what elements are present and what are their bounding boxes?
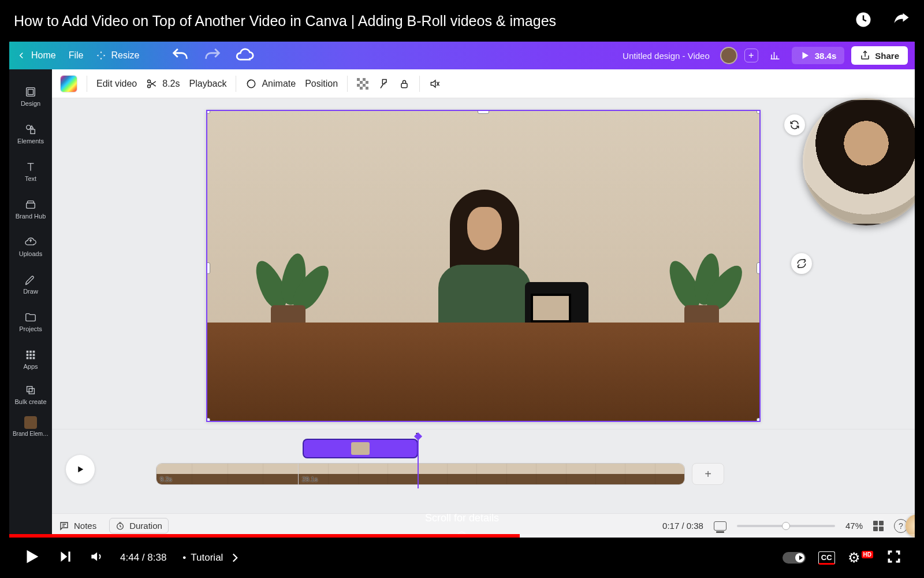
rail-elements[interactable]: Elements <box>9 115 52 153</box>
color-picker-swatch[interactable] <box>60 75 77 92</box>
resize-handle[interactable] <box>757 110 761 114</box>
thumbnail-view-icon[interactable] <box>714 521 726 531</box>
play-button[interactable] <box>22 547 42 569</box>
next-button[interactable] <box>58 549 73 567</box>
watch-later-icon[interactable] <box>855 11 872 31</box>
rail-label: Elements <box>17 138 44 144</box>
timeline-playhead[interactable] <box>418 435 419 488</box>
exit-fullscreen-button[interactable] <box>886 549 902 568</box>
rail-text[interactable]: Text <box>9 153 52 190</box>
trim-duration: 8.2s <box>162 79 180 89</box>
rail-label: Brand Hub <box>16 213 46 220</box>
rail-brand-elements[interactable]: Brand Elem… <box>9 410 52 443</box>
resize-handle[interactable] <box>206 110 210 114</box>
notes-button[interactable]: Notes <box>59 521 96 531</box>
desk-surface <box>207 323 759 421</box>
rail-projects[interactable]: Projects <box>9 303 52 340</box>
file-menu[interactable]: File <box>69 50 84 61</box>
resize-handle[interactable] <box>757 262 761 274</box>
add-collaborator-button[interactable]: + <box>744 49 758 62</box>
rail-uploads[interactable]: Uploads <box>9 228 52 265</box>
zoom-value: 47% <box>845 521 863 531</box>
scissors-trim[interactable]: 8.2s <box>146 78 180 90</box>
main-video-track[interactable]: 9.2s 29.1s <box>156 463 685 485</box>
resize-handle[interactable] <box>757 418 761 422</box>
svg-rect-29 <box>366 87 368 90</box>
chapter-button[interactable]: • Tutorial <box>182 550 243 565</box>
volume-button[interactable] <box>89 549 104 567</box>
svg-rect-17 <box>29 388 34 394</box>
share-icon[interactable] <box>893 11 910 31</box>
animate-button[interactable]: Animate <box>245 78 296 90</box>
position-button[interactable]: Position <box>305 79 338 89</box>
edit-video-button[interactable]: Edit video <box>96 79 137 89</box>
playback-button[interactable]: Playback <box>189 79 227 89</box>
rail-design[interactable]: Design <box>9 77 52 115</box>
captions-button[interactable]: CC <box>818 551 835 565</box>
svg-rect-12 <box>33 354 35 356</box>
svg-point-19 <box>148 84 151 87</box>
lock-icon[interactable] <box>398 78 410 90</box>
plant-decoration <box>254 207 323 334</box>
selected-video-clip[interactable] <box>206 110 761 422</box>
redo-button[interactable] <box>203 46 222 65</box>
svg-rect-30 <box>401 83 407 88</box>
add-page-button[interactable]: + <box>692 463 724 485</box>
resize-handle[interactable] <box>206 418 210 422</box>
total-duration: 8:38 <box>147 552 166 563</box>
copy-style-icon[interactable] <box>378 78 389 90</box>
current-time: 4:44 <box>120 552 139 563</box>
duration-button[interactable]: Duration <box>109 518 169 533</box>
svg-rect-13 <box>27 357 29 360</box>
svg-marker-34 <box>61 551 67 561</box>
share-button[interactable]: Share <box>851 46 908 65</box>
home-label: Home <box>31 50 56 61</box>
replace-media-button[interactable] <box>784 114 805 135</box>
autoplay-toggle[interactable] <box>783 552 806 564</box>
timeline-clip-1[interactable]: 9.2s <box>157 464 299 484</box>
resize-label: Resize <box>111 50 139 61</box>
canva-editor-window: Home File Resize Untitled design - Video <box>9 42 915 538</box>
svg-rect-25 <box>366 81 368 84</box>
timeline-play-button[interactable] <box>66 455 95 484</box>
rail-bulk-create[interactable]: Bulk create <box>9 378 52 410</box>
timeline-panel: ▾ 9.2s 29.1s + Note <box>52 429 915 538</box>
resize-handle[interactable] <box>478 110 489 114</box>
overlay-clip-track[interactable] <box>303 439 418 458</box>
timeline-clip-2[interactable]: 29.1s <box>299 464 684 484</box>
svg-rect-24 <box>360 81 363 84</box>
resize-handle[interactable] <box>206 262 210 274</box>
rail-draw[interactable]: Draw <box>9 265 52 303</box>
rail-apps[interactable]: Apps <box>9 340 52 378</box>
editor-stage: ✦ ▾ 9.2s 29.1s + <box>52 98 915 538</box>
brand-swatch-icon <box>24 416 37 429</box>
sync-button[interactable] <box>791 253 812 274</box>
analytics-icon[interactable] <box>765 46 785 65</box>
youtube-title-bar: How to Add Video on Top of Another Video… <box>0 0 924 42</box>
context-toolbar: Edit video 8.2s Playback Animate Positio… <box>52 69 915 98</box>
home-button[interactable]: Home <box>16 50 56 61</box>
present-play-button[interactable]: 38.4s <box>792 47 845 64</box>
svg-rect-23 <box>363 78 366 81</box>
timeline-time-display: 0:17 / 0:38 <box>662 521 703 531</box>
svg-point-18 <box>148 80 151 83</box>
document-title[interactable]: Untitled design - Video <box>623 51 710 61</box>
settings-button[interactable]: ⚙HD <box>848 550 873 566</box>
svg-rect-5 <box>31 129 35 134</box>
zoom-slider[interactable] <box>737 525 835 527</box>
rail-brand-hub[interactable]: Brand Hub <box>9 190 52 228</box>
cloud-sync-icon[interactable] <box>235 46 255 65</box>
svg-rect-7 <box>27 351 29 353</box>
rail-label: Uploads <box>19 250 42 257</box>
transparency-icon[interactable] <box>357 78 368 90</box>
user-avatar[interactable] <box>720 47 737 64</box>
svg-rect-3 <box>28 89 33 94</box>
zoom-handle[interactable] <box>782 522 790 530</box>
clip-duration-label: 29.1s <box>302 476 318 483</box>
resize-menu[interactable]: Resize <box>96 50 139 61</box>
svg-rect-11 <box>29 354 32 356</box>
undo-button[interactable] <box>170 46 190 65</box>
grid-view-icon[interactable] <box>873 521 884 531</box>
overlay-clip-thumb <box>351 442 370 455</box>
mute-icon[interactable] <box>429 78 441 90</box>
